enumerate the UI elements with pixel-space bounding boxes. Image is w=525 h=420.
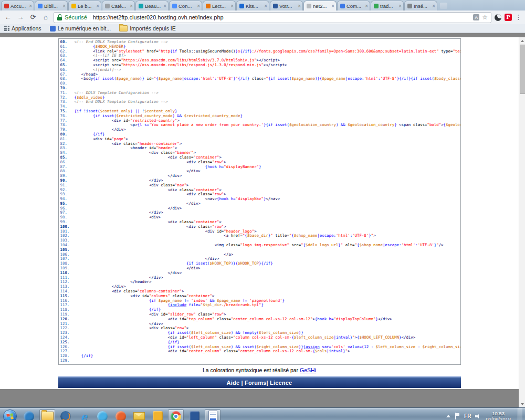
- tab-2[interactable]: Bibli...×: [35, 1, 68, 10]
- line-number: 80.: [59, 132, 75, 137]
- tab-close-icon[interactable]: ×: [432, 4, 435, 8]
- lightblue-favicon: [172, 4, 177, 8]
- tab-label: Lect...: [212, 3, 229, 9]
- code-line-107: 107. </div>: [59, 257, 460, 261]
- taskbar-icons: e: [21, 410, 220, 420]
- tab-12[interactable]: trad...×: [371, 1, 404, 10]
- tab-close-icon[interactable]: ×: [96, 4, 99, 8]
- tab-label: Kits...: [246, 3, 263, 9]
- tab-4[interactable]: Caté...×: [102, 1, 135, 10]
- tab-close-icon[interactable]: ×: [163, 4, 166, 8]
- tab-close-icon[interactable]: ×: [398, 4, 402, 8]
- vlc-icon[interactable]: [113, 410, 129, 420]
- tab-close-icon[interactable]: ×: [62, 4, 66, 8]
- openoffice-writer-icon[interactable]: [205, 410, 220, 420]
- security-chip[interactable]: Sécurisé: [65, 14, 87, 20]
- code-line-112: 112. </header>: [59, 280, 460, 285]
- media-center-icon[interactable]: [21, 410, 37, 420]
- bookmark-star-icon[interactable]: ☆: [482, 14, 488, 20]
- new-tab-button[interactable]: [440, 3, 447, 9]
- action-center-flag-icon[interactable]: [455, 413, 460, 419]
- tab-7[interactable]: Lect...×: [203, 1, 236, 10]
- mail-icon[interactable]: [131, 410, 147, 420]
- geshi-link[interactable]: GeSHi: [300, 367, 316, 373]
- line-number: 108.: [59, 261, 75, 266]
- photo-viewer-icon[interactable]: [150, 410, 165, 420]
- vlc-glyph: [116, 411, 126, 420]
- tab-close-icon[interactable]: ×: [331, 4, 334, 8]
- openoffice-writer-glyph: [208, 411, 217, 420]
- internet-explorer-icon[interactable]: e: [76, 410, 92, 420]
- yellow-favicon: [71, 4, 76, 8]
- address-bar[interactable]: Sécurisé https://net2ftp.cluster020.host…: [54, 12, 491, 23]
- scrollbar-thumb[interactable]: [520, 45, 525, 94]
- tab-11[interactable]: Com...×: [337, 1, 370, 10]
- scroll-down-arrow[interactable]: [519, 401, 525, 407]
- code-line-72: 72.{$ddlx_video}: [59, 96, 460, 100]
- tab-6[interactable]: Con...×: [169, 1, 202, 10]
- url-text[interactable]: https://net2ftp.cluster020.hosting.ovh.n…: [93, 14, 470, 20]
- reload-button[interactable]: ⟳: [28, 13, 38, 22]
- code-line-99: 99. <div class="container">: [59, 220, 460, 225]
- dark-mode-extension-icon[interactable]: [495, 14, 501, 21]
- translate-icon[interactable]: A: [473, 14, 479, 20]
- skype-icon[interactable]: [94, 410, 110, 420]
- home-button[interactable]: ⌂: [41, 13, 50, 22]
- line-number: 110.: [59, 271, 75, 276]
- code-line-125: 125. {/if}: [59, 340, 460, 345]
- word-icon[interactable]: [186, 410, 202, 420]
- pinterest-extension-icon[interactable]: P: [505, 14, 512, 21]
- tab-9[interactable]: Votr...×: [270, 1, 303, 10]
- code-line-75: 75.{if !isset($content_only) || !$conten…: [59, 109, 460, 114]
- tab-close-icon[interactable]: ×: [230, 4, 234, 8]
- tab-close-icon[interactable]: ×: [365, 4, 368, 8]
- clock-time: 10:53: [486, 411, 511, 416]
- line-number: 78.: [59, 123, 75, 128]
- tab-10[interactable]: net2...×: [303, 1, 337, 10]
- line-number: 127.: [59, 349, 75, 354]
- clock-date: 02/08/2018: [486, 416, 511, 420]
- code-line-106: 106. </a>: [59, 253, 460, 257]
- tab-1[interactable]: Accu...×: [1, 1, 34, 10]
- tab-8[interactable]: Kits...×: [236, 1, 269, 10]
- line-number: 70.: [59, 86, 75, 91]
- tab-close-icon[interactable]: ×: [298, 4, 301, 8]
- bookmark-folder-ie[interactable]: Importés depuis IE: [119, 25, 176, 32]
- volume-icon[interactable]: [475, 413, 481, 419]
- footer-links[interactable]: Aide | Forums| Licence: [227, 380, 292, 386]
- bookmark-item-1[interactable]: Le numérique en bit...: [50, 25, 111, 32]
- tab-close-icon[interactable]: ×: [264, 4, 267, 8]
- language-indicator[interactable]: FR: [464, 413, 471, 419]
- tab-close-icon[interactable]: ×: [197, 4, 200, 8]
- code-line-98: 98. <div>: [59, 215, 460, 220]
- forward-button[interactable]: →: [16, 13, 25, 22]
- line-number: 104.: [59, 243, 75, 248]
- tab-close-icon[interactable]: ×: [130, 4, 133, 8]
- windows-explorer-icon[interactable]: [39, 410, 55, 420]
- blue-favicon: [38, 4, 43, 8]
- line-number: 87.: [59, 165, 75, 170]
- tab-3[interactable]: Le b...×: [68, 1, 101, 10]
- show-desktop-button[interactable]: [518, 408, 522, 420]
- tab-close-icon[interactable]: ×: [29, 4, 32, 8]
- code-line-90: 90. </div>: [59, 178, 460, 183]
- apps-shortcut[interactable]: Applications: [4, 25, 41, 32]
- code-line-70: 70.: [59, 86, 460, 91]
- line-number: 126.: [59, 345, 75, 350]
- tab-13[interactable]: Insé...×: [404, 1, 437, 10]
- tab-label: net2...: [313, 3, 330, 9]
- firefox-icon[interactable]: [58, 410, 74, 420]
- chrome-icon[interactable]: [168, 410, 184, 420]
- tab-5[interactable]: Beau...×: [135, 1, 169, 10]
- line-number: 91.: [59, 183, 75, 188]
- browser-menu-icon[interactable]: ⋮: [515, 14, 522, 21]
- hidden-icons-arrow[interactable]: [446, 415, 450, 417]
- line-number: 125.: [59, 340, 75, 345]
- start-button[interactable]: [3, 410, 17, 420]
- scrollbar[interactable]: [519, 37, 525, 407]
- line-number: 62.: [59, 49, 75, 54]
- clock[interactable]: 10:53 02/08/2018: [486, 411, 511, 420]
- code-line-100: 100. <div class="row">: [59, 225, 460, 229]
- scroll-up-arrow[interactable]: [519, 37, 525, 44]
- back-button[interactable]: ←: [3, 13, 13, 22]
